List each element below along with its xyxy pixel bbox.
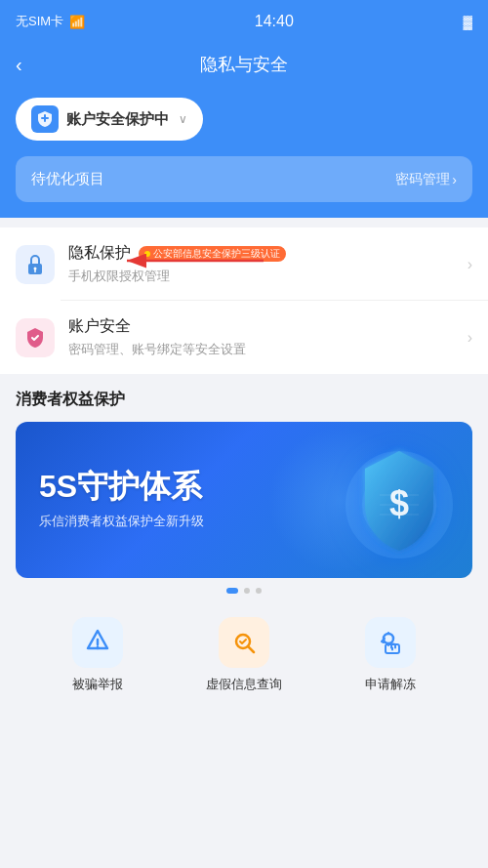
items-card: 隐私保护 公安部信息安全保护三级认证 手机权限授权管理 › 账户安全 密码管理、… [0,227,488,374]
dot-2[interactable] [244,588,250,594]
dot-1[interactable] [226,588,238,594]
privacy-content: 隐私保护 公安部信息安全保护三级认证 手机权限授权管理 [68,243,454,285]
report-fraud-icon [72,617,123,668]
banner-subtitle: 乐信消费者权益保护全新升级 [39,513,204,530]
dot-3[interactable] [256,588,262,594]
opt-label: 待优化项目 [31,170,104,188]
privacy-protection-item[interactable]: 隐私保护 公安部信息安全保护三级认证 手机权限授权管理 › [0,227,488,301]
account-banner: 账户安全保护中 ∨ [0,86,488,156]
banner-text: 5S守护体系 乐信消费者权益保护全新升级 [39,470,204,529]
consumer-section: 消费者权益保护 5S守护体系 乐信消费者权益保护全新升级 [0,374,488,713]
badge-text: 账户安全保护中 [66,110,169,129]
privacy-desc: 手机权限授权管理 [68,268,454,285]
unfreeze-icon [365,617,416,668]
report-fraud-label: 被骗举报 [72,676,123,693]
account-content: 账户安全 密码管理、账号绑定等安全设置 [68,316,454,358]
optimization-card: 待优化项目 密码管理 › [0,156,488,218]
carrier-label: 无SIM卡 [16,13,63,30]
banner-carousel[interactable]: 5S守护体系 乐信消费者权益保护全新升级 [16,422,472,578]
privacy-badge: 公安部信息安全保护三级认证 [139,246,286,262]
account-security-item[interactable]: 账户安全 密码管理、账号绑定等安全设置 › [0,301,488,374]
page-title: 隐私与安全 [200,53,288,76]
chevron-down-icon: ∨ [179,112,187,126]
account-title: 账户安全 [68,316,454,337]
account-arrow-icon: › [468,329,472,347]
verify-item[interactable]: 虚假信息查询 [206,617,282,693]
status-right: ▓ [464,15,472,29]
privacy-arrow-icon: › [468,256,472,273]
unfreeze-label: 申请解冻 [365,676,416,693]
privacy-icon [16,245,55,284]
time-display: 14:40 [255,13,294,30]
consumer-section-title: 消费者权益保护 [16,390,472,410]
password-management-link[interactable]: 密码管理 › [395,171,457,188]
shield-graphic: $ [346,441,453,558]
status-left: 无SIM卡 📶 [16,13,85,30]
verify-icon [219,617,269,668]
battery-icon: ▓ [464,15,472,29]
carousel-dots [16,588,472,594]
report-fraud-item[interactable]: 被骗举报 [72,617,123,693]
opt-inner: 待优化项目 密码管理 › [16,156,472,202]
status-bar: 无SIM卡 📶 14:40 ▓ [0,0,488,43]
privacy-title: 隐私保护 公安部信息安全保护三级认证 [68,243,454,264]
wifi-icon: 📶 [69,15,85,29]
account-desc: 密码管理、账号绑定等安全设置 [68,341,454,358]
shield-plus-icon [31,105,59,133]
unfreeze-item[interactable]: 申请解冻 [365,617,416,693]
verify-label: 虚假信息查询 [206,676,282,693]
banner-title: 5S守护体系 [39,470,204,504]
nav-bar: ‹ 隐私与安全 [0,43,488,86]
bottom-icons: 被骗举报 虚假信息查询 [16,609,472,713]
svg-text:$: $ [389,483,409,523]
account-protection-badge[interactable]: 账户安全保护中 ∨ [16,98,203,141]
back-button[interactable]: ‹ [16,54,22,76]
account-icon [16,318,55,357]
